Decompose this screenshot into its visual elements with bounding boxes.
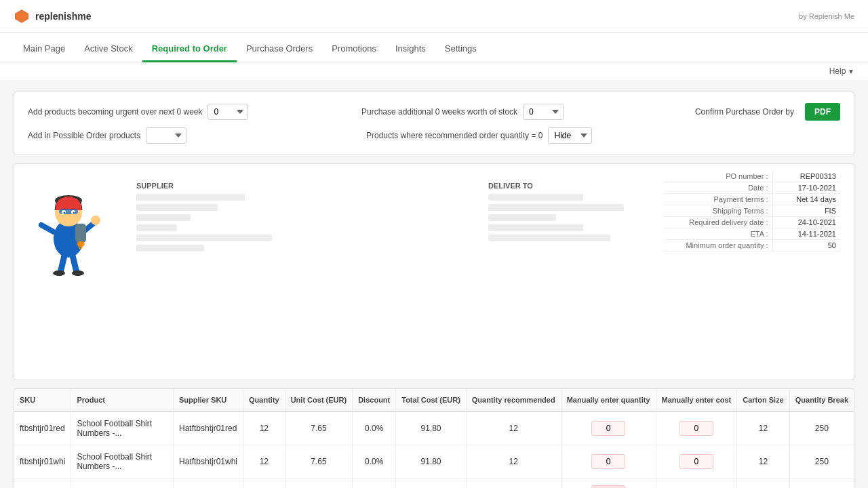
recommended-group: Products where recommended order quantit… xyxy=(366,127,691,144)
svg-point-10 xyxy=(73,212,75,214)
svg-rect-5 xyxy=(64,197,73,201)
help-link[interactable]: Help xyxy=(829,66,854,76)
table-row: ftbshtjr02... School Football... xyxy=(14,479,854,489)
confirm-group: Confirm Purchase Order by PDF xyxy=(695,103,840,121)
main-content: Add products becoming urgent over next 0… xyxy=(0,81,868,488)
cell-sku-2: ftbshtjr02... xyxy=(14,479,71,489)
svg-point-9 xyxy=(64,212,66,214)
nav-promotions[interactable]: Promotions xyxy=(322,37,386,62)
cell-carton-2 xyxy=(737,479,790,489)
svg-point-20 xyxy=(78,241,83,249)
supplier-block: SUPPLIER xyxy=(136,182,488,255)
cell-manually-qty-1[interactable] xyxy=(561,445,656,479)
po-delivery-value: 24-10-2021 xyxy=(772,217,840,228)
urgent-group: Add products becoming urgent over next 0… xyxy=(28,104,348,120)
po-payment-value: Net 14 days xyxy=(772,194,840,205)
deliver-line-4 xyxy=(488,224,583,231)
cell-qty-break-1: 250 xyxy=(789,445,854,479)
input-manually-cost-1[interactable] xyxy=(679,454,713,469)
cell-product-0: School Football Shirt Numbers -... xyxy=(71,411,174,445)
deliver-line-3 xyxy=(488,214,556,221)
svg-line-11 xyxy=(41,225,54,232)
cell-carton-0: 12 xyxy=(737,411,790,445)
col-quantity: Quantity xyxy=(243,389,285,411)
cell-product-1: School Football Shirt Numbers -... xyxy=(71,445,174,479)
svg-point-16 xyxy=(53,270,65,276)
cell-manually-qty-0[interactable] xyxy=(561,411,656,445)
cell-manually-cost-0[interactable] xyxy=(656,411,737,445)
cell-unit-cost-1: 7.65 xyxy=(285,445,353,479)
supplier-line-2 xyxy=(136,204,218,211)
svg-point-13 xyxy=(91,216,100,225)
supplier-title: SUPPLIER xyxy=(136,182,488,190)
cell-qty-break-2 xyxy=(789,479,854,489)
cell-discount-2 xyxy=(353,479,396,489)
input-manually-qty-1[interactable] xyxy=(591,454,625,469)
nav-insights[interactable]: Insights xyxy=(386,37,435,62)
col-sku: SKU xyxy=(14,389,71,411)
nav-settings[interactable]: Settings xyxy=(435,37,486,62)
po-date-label: Date : xyxy=(664,182,772,194)
svg-line-14 xyxy=(60,256,64,272)
cell-sku-0: ftbshtjr01red xyxy=(14,411,71,445)
urgent-select[interactable]: 0124 xyxy=(208,104,248,120)
cell-qty-break-0: 250 xyxy=(789,411,854,445)
input-manually-cost-0[interactable] xyxy=(679,421,713,436)
supplier-line-4 xyxy=(136,224,177,231)
cell-supplier-sku-1: Hatftbshtjr01whi xyxy=(174,445,243,479)
cell-manually-qty-2[interactable] xyxy=(561,479,656,489)
col-unit-cost: Unit Cost (EUR) xyxy=(285,389,353,411)
cell-sku-1: ftbshtjr01whi xyxy=(14,445,71,479)
cell-total-cost-2 xyxy=(396,479,467,489)
top-bar: replenishme by Replenish Me xyxy=(0,0,868,33)
app-byline: by Replenish Me xyxy=(799,12,854,20)
input-manually-qty-0[interactable] xyxy=(591,421,625,436)
supplier-line-5 xyxy=(136,235,272,241)
po-shipping-label: Shipping Terms : xyxy=(664,205,772,217)
input-manually-qty-2[interactable] xyxy=(591,485,625,488)
stock-label: Purchase additional 0 weeks worth of sto… xyxy=(361,107,517,117)
help-bar: Help xyxy=(0,62,868,81)
cell-qty-rec-1: 12 xyxy=(466,445,561,479)
deliver-line-2 xyxy=(488,204,624,211)
cell-discount-1: 0.0% xyxy=(353,445,396,479)
order-table: SKU Product Supplier SKU Quantity Unit C… xyxy=(14,389,854,488)
po-eta-value: 14-11-2021 xyxy=(772,228,840,240)
logo-area: replenishme xyxy=(14,8,91,24)
possible-select[interactable] xyxy=(146,127,186,144)
recommended-label: Products where recommended order quantit… xyxy=(366,131,542,140)
col-product: Product xyxy=(71,389,174,411)
controls-panel: Add products becoming urgent over next 0… xyxy=(14,92,854,155)
col-qty-recommended: Quantity recommended xyxy=(466,389,561,411)
nav-required-to-order[interactable]: Required to Order xyxy=(142,37,237,62)
po-moq-value: 50 xyxy=(772,240,840,251)
urgent-label: Add products becoming urgent over next 0… xyxy=(28,107,202,117)
pdf-button[interactable]: PDF xyxy=(805,103,840,121)
po-shipping-value: FIS xyxy=(772,205,840,217)
po-details: PO number : REP00313 Date : 17-10-2021 P… xyxy=(664,171,840,251)
supplier-line-6 xyxy=(136,245,204,251)
cell-manually-cost-1[interactable] xyxy=(656,445,737,479)
po-number-label: PO number : xyxy=(664,171,772,182)
supplier-line-1 xyxy=(136,194,245,201)
cell-supplier-sku-0: Hatftbshtjr01red xyxy=(174,411,243,445)
recommended-select[interactable]: HideShow xyxy=(548,127,592,144)
table-row: ftbshtjr01whi School Football Shirt Numb… xyxy=(14,445,854,479)
col-manually-cost: Manually enter cost xyxy=(656,389,737,411)
cell-supplier-sku-2 xyxy=(174,479,243,489)
deliver-line-5 xyxy=(488,235,610,241)
cell-total-cost-0: 91.80 xyxy=(396,411,467,445)
nav-main-page[interactable]: Main Page xyxy=(14,37,75,62)
cell-carton-1: 12 xyxy=(737,445,790,479)
cell-qty-rec-0: 12 xyxy=(466,411,561,445)
stock-select[interactable]: 0124 xyxy=(523,104,564,120)
po-payment-label: Payment terms : xyxy=(664,194,772,205)
app-name: replenishme xyxy=(35,11,91,22)
stock-group: Purchase additional 0 weeks worth of sto… xyxy=(361,104,682,120)
po-delivery-label: Required delivery date : xyxy=(664,217,772,228)
nav-active-stock[interactable]: Active Stock xyxy=(75,37,142,62)
po-number-value: REP00313 xyxy=(772,171,840,182)
po-date-value: 17-10-2021 xyxy=(772,182,840,194)
nav-purchase-orders[interactable]: Purchase Orders xyxy=(237,37,322,62)
cell-manually-cost-2 xyxy=(656,479,737,489)
